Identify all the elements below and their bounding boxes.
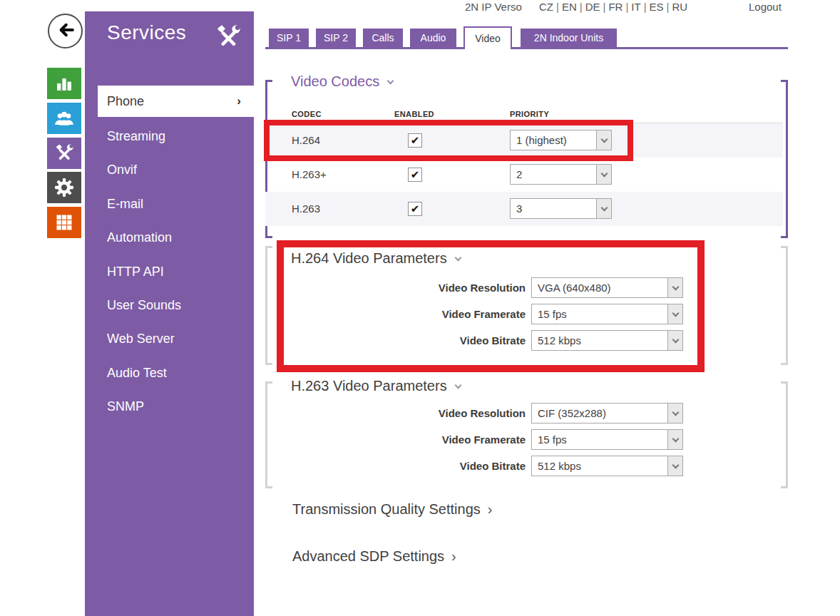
chevron-down-icon [672,336,679,343]
field-label-video-resolution: Video Resolution [312,407,526,419]
tab-sip2[interactable]: SIP 2 [316,29,356,47]
lang-es[interactable]: ES [650,1,664,13]
section-bracket [781,381,788,488]
field-label-video-bitrate: Video Bitrate [312,460,526,472]
chevron-down-icon [672,283,679,290]
back-button[interactable] [48,14,83,48]
lang-separator: | [580,1,583,13]
select-dropdown-button[interactable] [667,304,682,324]
h263-parameters-title[interactable]: H.263 Video Parameters [291,378,461,394]
chevron-down-icon [600,204,608,211]
h263-parameters-section: H.263 Video Parameters Video Resolution … [265,381,788,488]
sidebar-item-user-sounds[interactable]: User Sounds [85,289,254,321]
sidebar-item-web-server[interactable]: Web Server [85,323,254,354]
codec-h264-enabled-checkbox[interactable]: ✔ [408,133,422,148]
lang-it[interactable]: IT [631,1,640,13]
device-name: 2N IP Verso [465,1,522,13]
sidebar-item-automation[interactable]: Automation [85,222,254,253]
chevron-down-icon [672,435,679,442]
sidebar-item-label: E-mail [107,197,143,212]
select-dropdown-button[interactable] [667,404,682,423]
codec-row-h264: H.264 ✔ 1 (highest) [265,123,783,158]
lang-fr[interactable]: FR [608,1,623,13]
sidebar-item-label: Phone [107,94,144,109]
section-bracket [265,246,272,365]
chevron-down-icon [600,135,608,143]
tab-2n-indoor-units[interactable]: 2N Indoor Units [521,29,617,47]
chevron-down-icon [454,255,461,262]
field-label-video-resolution: Video Resolution [312,282,526,294]
sidebar-item-label: Audio Test [107,366,167,381]
h264-video-framerate-select[interactable]: 15 fps [531,304,683,324]
sidebar-item-snmp[interactable]: SNMP [85,391,254,422]
field-label-video-framerate: Video Framerate [312,308,526,320]
logout-button[interactable]: Logout [749,1,782,13]
lang-en[interactable]: EN [562,1,577,13]
section-title-text: H.264 Video Parameters [291,250,447,266]
sidebar-item-onvif[interactable]: Onvif [85,154,254,185]
sidebar-item-label: Web Server [107,332,175,346]
video-codecs-title[interactable]: Video Codecs [291,73,393,90]
lang-separator: | [603,1,606,13]
h263-video-framerate-select[interactable]: 15 fps [531,429,683,450]
tab-sip1[interactable]: SIP 1 [269,29,309,47]
sidebar-item-audio-test[interactable]: Audio Test [85,357,254,389]
nav-directory-tile[interactable] [47,103,81,134]
codec-h263plus-enabled-checkbox[interactable]: ✔ [408,168,422,182]
lang-cz[interactable]: CZ [539,1,553,13]
chevron-down-icon [454,382,461,389]
chevron-right-icon: › [451,548,456,564]
advanced-sdp-settings-link[interactable]: Advanced SDP Settings› [292,548,456,565]
section-title-text: H.263 Video Parameters [291,378,447,394]
nav-services-tile[interactable] [47,138,81,169]
sidebar-item-label: User Sounds [107,298,181,313]
sidebar-item-streaming[interactable]: Streaming [85,120,254,152]
select-value: 15 fps [532,304,667,324]
codec-h263plus-priority-select[interactable]: 2 [510,164,612,185]
nav-hardware-tile[interactable] [47,172,81,203]
codec-h263-enabled-checkbox[interactable]: ✔ [408,202,422,216]
h264-video-resolution-select[interactable]: VGA (640x480) [531,277,683,298]
chevron-right-icon: › [237,94,241,108]
nav-status-tile[interactable] [47,68,81,99]
codec-row-h263: H.263 ✔ 3 [265,192,783,226]
sidebar-title: Services [107,21,186,44]
field-label-video-bitrate: Video Bitrate [312,334,526,346]
column-header-enabled: ENABLED [394,110,434,118]
chevron-down-icon [600,170,608,177]
codec-h264-priority-select[interactable]: 1 (highest) [510,130,612,150]
select-dropdown-button[interactable] [667,456,682,476]
select-dropdown-button[interactable] [596,199,611,218]
sidebar-item-email[interactable]: E-mail [85,188,254,220]
h263-video-bitrate-select[interactable]: 512 kbps [531,456,683,476]
sidebar: Services Phone › Streaming Onvif E-mail … [85,11,254,616]
section-bracket [781,246,788,365]
select-dropdown-button[interactable] [667,278,682,297]
h263-video-resolution-select[interactable]: CIF (352x288) [531,403,683,423]
select-dropdown-button[interactable] [596,130,611,150]
section-title-text: Video Codecs [291,73,379,89]
select-dropdown-button[interactable] [596,165,611,184]
nav-system-tile[interactable] [47,207,81,238]
sidebar-item-http-api[interactable]: HTTP API [85,256,254,287]
select-value: 2 [511,165,596,184]
tab-calls[interactable]: Calls [363,29,403,47]
back-arrow-icon [56,20,76,43]
tab-audio[interactable]: Audio [410,29,456,47]
transmission-quality-settings-link[interactable]: Transmission Quality Settings› [292,501,492,518]
h264-video-bitrate-select[interactable]: 512 kbps [531,330,683,351]
select-dropdown-button[interactable] [667,430,682,449]
column-header-priority: PRIORITY [510,110,549,118]
tab-video[interactable]: Video [463,26,512,49]
codec-name: H.264 [292,134,320,146]
h264-parameters-title[interactable]: H.264 Video Parameters [291,250,461,267]
lang-de[interactable]: DE [585,1,600,13]
lang-ru[interactable]: RU [672,1,687,13]
language-bar: CZ|EN|DE|FR|IT|ES|RU [536,1,690,13]
tab-bar: SIP 1 SIP 2 Calls Audio Video 2N Indoor … [269,29,624,49]
select-value: 512 kbps [532,456,667,476]
sidebar-item-phone[interactable]: Phone › [98,86,254,117]
select-dropdown-button[interactable] [667,331,682,350]
codec-h263-priority-select[interactable]: 3 [510,198,612,219]
h264-parameters-section: H.264 Video Parameters Video Resolution … [265,246,788,365]
